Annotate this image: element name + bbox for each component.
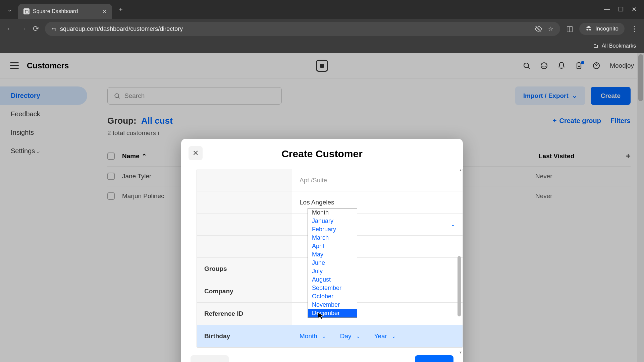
month-option[interactable]: October [308,292,357,301]
url-input[interactable]: ⇆ squareup.com/dashboard/customers/direc… [45,22,560,36]
month-option[interactable]: May [308,250,357,259]
browser-tab[interactable]: ▢ Square Dashboard ✕ [18,4,112,19]
incognito-label: Incognito [595,25,619,32]
chevron-down-icon: ⌄ [451,221,455,228]
minimize-button[interactable]: — [604,6,610,13]
groups-label: Groups [197,258,292,280]
close-modal-button[interactable]: ✕ [189,146,203,160]
all-bookmarks-button[interactable]: All Bookmarks [602,43,636,49]
tab-title: Square Dashboard [33,8,78,14]
reload-button[interactable]: ⟳ [33,24,39,33]
scroll-thumb[interactable] [458,256,461,316]
maximize-button[interactable]: ❐ [618,6,624,13]
month-option[interactable]: September [308,284,357,292]
chevron-down-icon: ⌄ [322,334,326,339]
window-controls: — ❐ ✕ [604,6,641,13]
month-option[interactable]: March [308,234,357,242]
browser-tab-bar: ⌄ ▢ Square Dashboard ✕ + — ❐ ✕ [0,0,644,19]
incognito-badge[interactable]: Incognito [579,23,625,35]
month-option[interactable]: July [308,267,357,276]
birthday-label: Birthday [197,325,292,347]
month-option[interactable]: August [308,276,357,284]
apt-suite-input[interactable]: Apt./Suite [292,169,463,191]
scroll-up-icon[interactable]: ▴ [460,168,462,172]
forward-button: → [19,24,27,33]
mouse-cursor-icon [317,310,325,320]
month-option-placeholder[interactable]: Month [308,208,357,217]
new-tab-button[interactable]: + [115,3,127,15]
month-option[interactable]: December [308,309,357,317]
url-text: squareup.com/dashboard/customers/directo… [60,25,183,33]
side-panel-icon[interactable]: ◫ [566,24,573,33]
close-tab-icon[interactable]: ✕ [102,8,107,15]
create-customer-modal: ✕ Create Customer Apt./Suite Los Angeles [181,139,463,362]
incognito-icon [585,25,592,32]
tabs-dropdown-button[interactable]: ⌄ [3,3,15,15]
birthday-month-select[interactable]: Month ⌄ [300,333,326,340]
back-button[interactable]: ← [6,24,13,33]
modal-scrollbar[interactable]: ▴ ▾ [457,169,462,348]
birthday-year-select[interactable]: Year ⌄ [374,333,396,340]
birthday-day-select[interactable]: Day ⌄ [340,333,360,340]
visibility-off-icon[interactable] [535,25,542,33]
chevron-down-icon: ⌄ [356,334,360,339]
save-button[interactable]: Save [415,355,453,362]
reference-id-label: Reference ID [197,303,292,325]
month-option[interactable]: February [308,225,357,234]
chevron-down-icon: ⌄ [392,334,396,339]
browser-menu-button[interactable]: ⋮ [631,24,638,33]
cancel-button[interactable]: Cancel [191,355,229,362]
modal-title: Create Customer [181,148,463,160]
company-label: Company [197,280,292,302]
month-option[interactable]: April [308,242,357,250]
bookmark-star-icon[interactable]: ☆ [548,25,553,33]
bookmarks-bar: 🗀 All Bookmarks [0,39,644,53]
close-window-button[interactable]: ✕ [632,6,637,13]
month-option[interactable]: November [308,301,357,309]
month-option[interactable]: January [308,217,357,225]
scroll-down-icon[interactable]: ▾ [460,350,462,355]
browser-address-bar: ← → ⟳ ⇆ squareup.com/dashboard/customers… [0,19,644,39]
month-dropdown-popup: MonthJanuaryFebruaryMarchAprilMayJuneJul… [308,208,357,318]
bookmarks-folder-icon: 🗀 [593,43,598,49]
site-info-icon[interactable]: ⇆ [52,26,56,32]
month-option[interactable]: June [308,259,357,267]
tab-favicon-icon: ▢ [23,8,30,14]
